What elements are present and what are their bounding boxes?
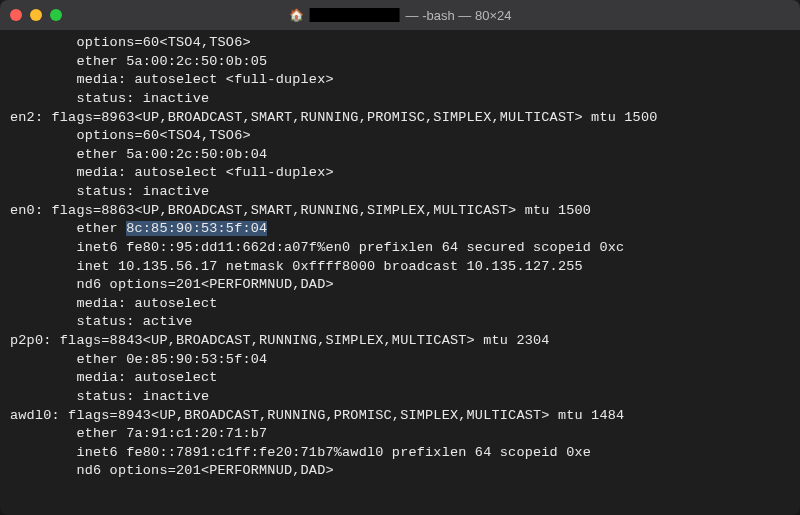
maximize-icon[interactable]	[50, 9, 62, 21]
terminal-line: media: autoselect <full-duplex>	[10, 164, 790, 183]
terminal-line: media: autoselect <full-duplex>	[10, 71, 790, 90]
terminal-line: p2p0: flags=8843<UP,BROADCAST,RUNNING,SI…	[10, 332, 790, 351]
terminal-line: ether 0e:85:90:53:5f:04	[10, 351, 790, 370]
window-title-text: — -bash — 80×24	[406, 8, 512, 23]
terminal-output[interactable]: options=60<TSO4,TSO6> ether 5a:00:2c:50:…	[0, 30, 800, 485]
terminal-line: media: autoselect	[10, 295, 790, 314]
terminal-window: 🏠 — -bash — 80×24 options=60<TSO4,TSO6> …	[0, 0, 800, 515]
selected-text: 8c:85:90:53:5f:04	[126, 221, 267, 236]
terminal-line: ether 8c:85:90:53:5f:04	[10, 220, 790, 239]
redacted-username	[310, 8, 400, 22]
terminal-line: inet 10.135.56.17 netmask 0xffff8000 bro…	[10, 258, 790, 277]
home-icon: 🏠	[289, 8, 304, 22]
close-icon[interactable]	[10, 9, 22, 21]
terminal-line: status: active	[10, 313, 790, 332]
terminal-line: ether 7a:91:c1:20:71:b7	[10, 425, 790, 444]
terminal-line: en2: flags=8963<UP,BROADCAST,SMART,RUNNI…	[10, 109, 790, 128]
traffic-lights	[10, 9, 62, 21]
terminal-line: status: inactive	[10, 183, 790, 202]
minimize-icon[interactable]	[30, 9, 42, 21]
window-title: 🏠 — -bash — 80×24	[289, 8, 512, 23]
terminal-line: inet6 fe80::95:dd11:662d:a07f%en0 prefix…	[10, 239, 790, 258]
terminal-line: inet6 fe80::7891:c1ff:fe20:71b7%awdl0 pr…	[10, 444, 790, 463]
terminal-line: ether 5a:00:2c:50:0b:04	[10, 146, 790, 165]
terminal-line: options=60<TSO4,TSO6>	[10, 127, 790, 146]
terminal-line: options=60<TSO4,TSO6>	[10, 34, 790, 53]
terminal-line: media: autoselect	[10, 369, 790, 388]
terminal-line: ether 5a:00:2c:50:0b:05	[10, 53, 790, 72]
titlebar: 🏠 — -bash — 80×24	[0, 0, 800, 30]
terminal-line: status: inactive	[10, 388, 790, 407]
terminal-line: awdl0: flags=8943<UP,BROADCAST,RUNNING,P…	[10, 407, 790, 426]
terminal-line: en0: flags=8863<UP,BROADCAST,SMART,RUNNI…	[10, 202, 790, 221]
terminal-line: nd6 options=201<PERFORMNUD,DAD>	[10, 276, 790, 295]
terminal-line: status: inactive	[10, 90, 790, 109]
terminal-line: nd6 options=201<PERFORMNUD,DAD>	[10, 462, 790, 481]
